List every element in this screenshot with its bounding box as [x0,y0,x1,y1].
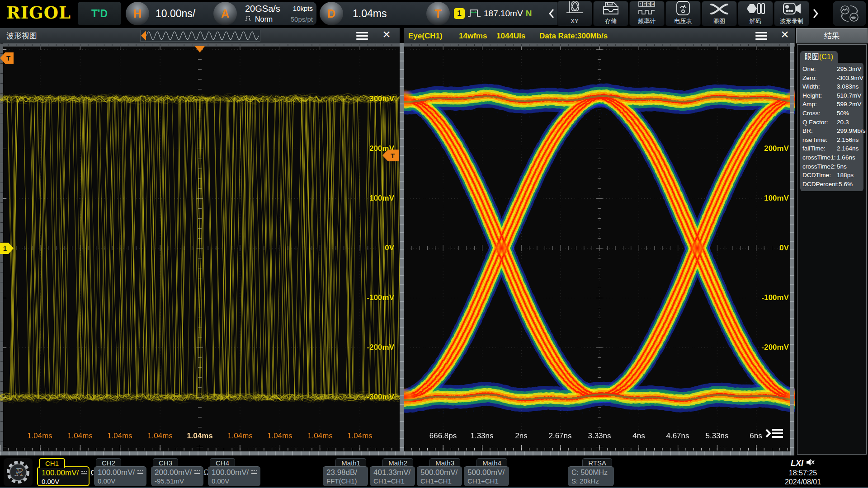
rtsa-box[interactable]: RTSAC: 500MHzS: 20kHz [568,458,614,486]
wave-t-label: 1.04ms [347,432,373,441]
eye-panel: Eye(CH1) 14wfms 1044UIs Data Rate:300Mb/… [404,28,795,455]
svg-text:R: R [14,466,23,478]
trigger-readout[interactable]: 1 187.10mV N [437,2,563,25]
trigger-knob[interactable]: T [426,2,450,25]
math-scale: 401.33mV/ [373,468,411,477]
channel-box-ch2[interactable]: CH2100.00mV/0.00V [94,458,146,486]
channel-offset: 0.00V [212,477,257,485]
math-box-math2[interactable]: Math2401.33mV/CH1+CH1 [370,458,415,486]
frequency-counter-icon: 1234 [637,0,657,18]
rigol-gear-logo[interactable]: R [4,458,33,486]
eye-menu-icon[interactable] [755,32,767,40]
dc-coupling-icon [81,469,88,478]
math-box-math3[interactable]: Math3500.00mV/CH1+CH1 [417,458,462,486]
waveform-graticule[interactable] [0,43,400,455]
math-body: 23.98dB/FFT(CH1) [323,466,368,486]
toolbar-button-counter[interactable]: 1234频率计 [629,1,665,26]
wave-t-label: 1.04ms [187,432,213,441]
result-row: fallTime:2.164ns [800,144,863,153]
rtsa-tab[interactable]: RTSA [582,458,612,467]
toolbar-scroll-right[interactable] [812,8,821,19]
toolbar-button-eye[interactable]: 眼图 [702,1,737,26]
result-label: Amp: [802,100,837,109]
result-value: 510.7mV [837,91,861,100]
trigger-position-triangle[interactable] [195,46,205,52]
panel-divider-ruler[interactable] [400,43,404,455]
waveform-panel: 波形视图 × 300mV200mV100mV0V-100mV-200mV-300… [0,28,400,455]
trigger-pulse-icon [467,7,481,20]
result-row: crossTime2:5ns [800,162,863,171]
wave-t-label: 1.04ms [267,432,292,441]
acq-pulse-icon [245,15,253,23]
trigger-source-badge: 1 [454,8,465,19]
horizontal-position-strip[interactable] [140,30,260,42]
eye-bottom-menu-icon[interactable] [764,427,784,440]
eye-t-label: 2ns [515,432,527,441]
rigol-logo: RIGOL [6,3,71,23]
channel-offset: -95.51mV [155,477,200,485]
eye-v-label: -200mV [762,343,789,352]
math-box-math1[interactable]: Math123.98dB/FFT(CH1) [323,458,368,486]
toolbar-button-record[interactable]: 波形录制 [774,1,809,26]
screen-switch-button[interactable] [833,1,866,26]
toolbar-button-voltmeter[interactable]: 电压表 [665,1,701,26]
channel-scale-line: 200.00mV/Ω [155,468,200,477]
math-tab-math4[interactable]: Math4 [476,458,507,467]
result-label: Cross: [802,109,837,118]
acquire-readout[interactable]: 20GSa/s 10kpts Norm 50ps/pt [224,2,316,25]
channel-tab-ch4[interactable]: CH4 [210,458,235,467]
math-tab-math1[interactable]: Math1 [335,458,366,467]
eye-t-label: 1.33ns [470,432,493,441]
wave-t-label: 1.04ms [147,432,173,441]
trigger-status-badge[interactable]: T'D [78,2,121,25]
horizontal-knob[interactable]: H [126,2,149,25]
wave-t-label: 1.04ms [67,432,93,441]
toolbar-scroll-left[interactable] [548,8,557,19]
channel-scale: 100.00mV/ [42,469,79,478]
waveform-menu-icon[interactable] [356,32,368,40]
math-box-math4[interactable]: Math4500.00mV/CH1+CH1 [464,458,509,486]
math-body: 500.00mV/CH1+CH1 [464,466,509,486]
wave-v-label: -200mV [367,343,394,352]
nav-left-arrow-icon [141,31,146,41]
waveform-close-icon[interactable]: × [381,27,392,40]
eye-right-ruler[interactable] [790,43,794,455]
acquire-knob[interactable]: A [213,2,237,25]
toolbar-button-xy[interactable]: XY [557,1,592,26]
result-label: Q Factor: [802,118,837,127]
result-row: crossTime1:1.66ns [800,153,863,162]
math-source: CH1+CH1 [467,477,505,485]
wave-v-label: -100mV [367,293,394,302]
memory-depth: 10kpts [293,5,313,12]
wave-v-label: -300mV [367,393,394,402]
math-tab-math3[interactable]: Math3 [429,458,460,467]
toolbar-label-voltmeter: 电压表 [675,18,692,24]
channel-box-ch3[interactable]: CH3200.00mV/Ω-95.51mV [151,458,203,486]
channel-box-ch4[interactable]: CH4100.00mV/0.00V [208,458,260,486]
results-tab-eye-c1[interactable]: 眼图(C1) [800,51,838,63]
math-tab-math2[interactable]: Math2 [382,458,413,467]
result-label: riseTime: [802,136,837,145]
eye-close-icon[interactable]: × [779,27,791,40]
result-row: Height:510.7mV [800,91,863,100]
toolbar-button-storage[interactable]: 存储 [593,1,628,26]
channel-tab-ch3[interactable]: CH3 [153,458,178,467]
result-row: DCDPercent:5.6% [800,180,863,189]
channel-body: 200.00mV/Ω-95.51mV [151,466,203,486]
toolbar-button-decode[interactable]: 解码 [738,1,773,26]
eye-t-label: 3.33ns [588,432,611,441]
dc-coupling-icon [194,468,201,477]
channel-box-ch1[interactable]: CH1100.00mV/Ω0.00V [37,458,90,486]
toolbar-label-record: 波形录制 [780,18,803,24]
eye-diagram-graticule[interactable] [404,43,795,455]
channel-scale: 100.00mV/ [212,468,249,477]
result-value: 50% [837,109,849,118]
result-label: DCDTime: [802,171,837,180]
bottom-ruler[interactable] [0,451,794,455]
channel-tab-ch2[interactable]: CH2 [96,458,121,467]
channel-tab-ch1[interactable]: CH1 [39,458,65,468]
xy-icon [566,0,584,18]
top-bar: RIGOL T'D H 10.00ns/ A 20GSa/s 10kpts No… [0,0,868,27]
delay-knob[interactable]: D [320,2,343,25]
result-label: Height: [802,91,837,100]
